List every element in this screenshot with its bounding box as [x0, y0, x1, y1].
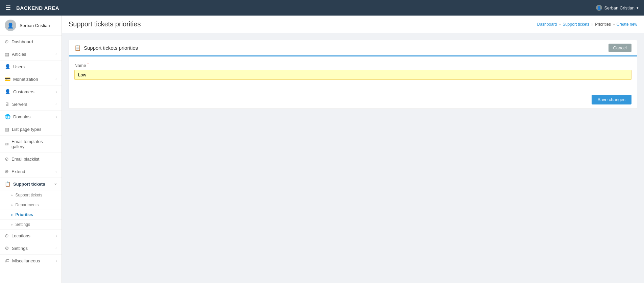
- sidebar-item-settings[interactable]: ⚙ Settings ‹: [0, 242, 62, 255]
- navbar-username[interactable]: Serban Cristian: [604, 5, 635, 10]
- sidebar-item-miscellaneous[interactable]: 🏷 Miscellaneous ‹: [0, 255, 62, 267]
- domains-icon: 🌐: [5, 114, 10, 119]
- subitem-arrow-icon: »: [11, 193, 13, 197]
- card-body: Name *: [69, 56, 637, 91]
- breadcrumb-priorities: Priorities: [595, 22, 611, 27]
- breadcrumb-dashboard[interactable]: Dashboard: [537, 22, 557, 27]
- card-title: Support tickets priorities: [84, 45, 138, 51]
- sidebar-item-label: Servers: [12, 102, 27, 107]
- miscellaneous-icon: 🏷: [5, 258, 9, 263]
- chevron-icon: ‹: [55, 259, 57, 263]
- save-changes-button[interactable]: Save changes: [592, 95, 631, 104]
- breadcrumb-sep-2: »: [591, 22, 594, 27]
- sidebar-item-label: Miscellaneous: [12, 258, 40, 263]
- name-label: Name *: [74, 62, 631, 68]
- page-header: Support tickets priorities Dashboard » S…: [62, 16, 644, 33]
- sidebar-item-email-templates[interactable]: ✉ Email templates gallery: [0, 136, 62, 153]
- subitem-arrow-icon: »: [11, 203, 13, 207]
- subitem-arrow-icon: »: [11, 213, 13, 217]
- card-footer: Save changes: [69, 91, 637, 109]
- page-title: Support tickets priorities: [69, 20, 141, 28]
- breadcrumb-sep-3: »: [613, 22, 615, 27]
- customers-icon: 👤: [5, 89, 10, 94]
- user-dropdown-icon[interactable]: ▾: [637, 6, 639, 10]
- breadcrumb: Dashboard » Support tickets » Priorities…: [537, 22, 637, 27]
- chevron-icon: ‹: [55, 234, 57, 238]
- sidebar-subitem-label: Priorities: [16, 212, 33, 217]
- breadcrumb-create-new[interactable]: Create new: [617, 22, 637, 27]
- chevron-icon: ‹: [55, 169, 57, 173]
- sidebar-item-label: Email templates gallery: [11, 139, 57, 149]
- sidebar: 👤 Serban Cristian ⊙ Dashboard ▤ Articles…: [0, 16, 62, 283]
- sidebar-item-dashboard[interactable]: ⊙ Dashboard: [0, 36, 62, 48]
- content-area: 📋 Support tickets priorities Cancel Name…: [62, 33, 644, 116]
- chevron-icon: ‹: [55, 115, 57, 119]
- subitem-arrow-icon: »: [11, 223, 13, 227]
- sidebar-subitem-label: Settings: [16, 222, 30, 227]
- sidebar-user-name: Serban Cristian: [20, 23, 50, 28]
- sidebar-item-list-page-types[interactable]: ▤ List page types: [0, 123, 62, 136]
- sidebar-user-avatar: 👤: [5, 20, 16, 31]
- servers-icon: 🖥: [5, 101, 9, 107]
- name-form-group: Name *: [74, 62, 631, 80]
- sidebar-subitem-support-tickets[interactable]: » Support tickets: [0, 190, 62, 200]
- hamburger-icon[interactable]: ☰: [5, 4, 11, 11]
- sidebar-item-label: Locations: [11, 233, 30, 238]
- sidebar-subitem-label: Departments: [16, 203, 39, 207]
- chevron-icon: ‹: [55, 77, 57, 81]
- sidebar-item-monetization[interactable]: 💳 Monetization ‹: [0, 73, 62, 86]
- main-content: Support tickets priorities Dashboard » S…: [62, 16, 644, 283]
- monetization-icon: 💳: [5, 76, 10, 82]
- layout: 👤 Serban Cristian ⊙ Dashboard ▤ Articles…: [0, 16, 644, 283]
- cancel-button[interactable]: Cancel: [609, 44, 631, 52]
- sidebar-item-label: Email blacklist: [11, 157, 39, 162]
- sidebar-subitem-priorities[interactable]: » Priorities: [0, 210, 62, 220]
- sidebar-item-support-tickets[interactable]: 📋 Support tickets ∨: [0, 178, 62, 190]
- navbar-right: 👤 Serban Cristian ▾: [596, 5, 639, 11]
- sidebar-item-label: Dashboard: [11, 39, 33, 44]
- email-templates-icon: ✉: [5, 141, 9, 147]
- sidebar-subitem-settings[interactable]: » Settings: [0, 220, 62, 230]
- sidebar-item-email-blacklist[interactable]: ⊘ Email blacklist: [0, 153, 62, 165]
- sidebar-subitem-departments[interactable]: » Departments: [0, 200, 62, 210]
- chevron-icon: ‹: [55, 102, 57, 106]
- chevron-down-icon: ∨: [54, 182, 57, 186]
- sidebar-user: 👤 Serban Cristian: [0, 16, 62, 36]
- name-input[interactable]: [74, 70, 631, 80]
- breadcrumb-support-tickets[interactable]: Support tickets: [563, 22, 589, 27]
- sidebar-item-label: Users: [13, 64, 25, 69]
- users-icon: 👤: [5, 64, 10, 69]
- email-blacklist-icon: ⊘: [5, 156, 9, 162]
- breadcrumb-sep-1: »: [559, 22, 561, 27]
- sidebar-item-label: Articles: [12, 52, 26, 57]
- extend-icon: ⊕: [5, 169, 9, 174]
- card-icon: 📋: [74, 45, 81, 51]
- sidebar-item-label: Extend: [11, 169, 25, 174]
- sidebar-item-users[interactable]: 👤 Users: [0, 61, 62, 73]
- sidebar-item-label: Settings: [12, 246, 28, 251]
- sidebar-item-customers[interactable]: 👤 Customers ‹: [0, 86, 62, 98]
- navbar-left: ☰ BACKEND AREA: [5, 4, 59, 11]
- sidebar-item-label: Support tickets: [13, 182, 45, 187]
- articles-icon: ▤: [5, 51, 9, 57]
- sidebar-item-servers[interactable]: 🖥 Servers ‹: [0, 98, 62, 111]
- sidebar-item-locations[interactable]: ⊙ Locations ‹: [0, 230, 62, 242]
- top-navbar: ☰ BACKEND AREA 👤 Serban Cristian ▾: [0, 0, 644, 16]
- sidebar-item-label: Customers: [13, 89, 34, 94]
- sidebar-item-label: List page types: [12, 127, 41, 132]
- chevron-icon: ‹: [55, 90, 57, 94]
- sidebar-item-label: Domains: [13, 114, 30, 119]
- card-header: 📋 Support tickets priorities Cancel: [69, 40, 637, 56]
- form-card: 📋 Support tickets priorities Cancel Name…: [69, 40, 637, 109]
- settings-icon: ⚙: [5, 245, 9, 251]
- support-tickets-icon: 📋: [5, 181, 10, 187]
- sidebar-item-articles[interactable]: ▤ Articles ‹: [0, 48, 62, 61]
- user-avatar-icon: 👤: [596, 5, 602, 11]
- chevron-icon: ‹: [55, 52, 57, 56]
- sidebar-subitem-label: Support tickets: [16, 193, 42, 197]
- sidebar-item-label: Monetization: [13, 77, 38, 82]
- sidebar-item-extend[interactable]: ⊕ Extend ‹: [0, 165, 62, 178]
- sidebar-item-domains[interactable]: 🌐 Domains ‹: [0, 111, 62, 123]
- brand-label: BACKEND AREA: [16, 5, 59, 11]
- chevron-icon: ‹: [55, 246, 57, 250]
